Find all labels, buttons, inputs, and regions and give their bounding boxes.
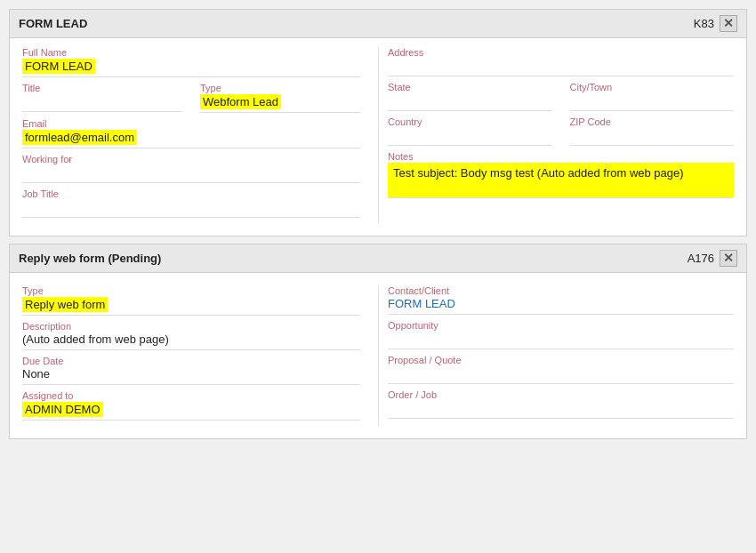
state-label: State — [388, 82, 552, 92]
zip-label: ZIP Code — [570, 116, 735, 127]
reply-webform-right-col: Contact/Client FORM LEAD Opportunity Pro… — [378, 285, 734, 426]
city-label: City/Town — [570, 82, 735, 92]
proposal-field: Proposal / Quote — [388, 355, 734, 384]
zip-field: ZIP Code — [570, 116, 735, 146]
country-zip-row: Country ZIP Code — [388, 116, 734, 151]
due-date-value: None — [22, 367, 360, 385]
type-value: Webform Lead — [200, 94, 360, 113]
country-field: Country — [388, 116, 552, 146]
email-value: formlead@email.com — [22, 130, 360, 148]
proposal-label: Proposal / Quote — [388, 355, 734, 365]
email-highlight: formlead@email.com — [22, 130, 137, 145]
assigned-to-label: Assigned to — [22, 390, 360, 401]
zip-value — [570, 128, 735, 146]
assigned-to-value: ADMIN DEMO — [22, 402, 360, 421]
reply-type-highlight: Reply web form — [22, 297, 108, 312]
city-value — [570, 93, 735, 111]
order-field: Order / Job — [388, 389, 734, 419]
due-date-label: Due Date — [22, 356, 360, 366]
assigned-to-field: Assigned to ADMIN DEMO — [22, 390, 360, 421]
state-field: State — [388, 82, 552, 111]
description-label: Description — [22, 321, 360, 332]
full-name-field: Full Name FORM LEAD — [22, 47, 360, 77]
type-label: Type — [200, 83, 360, 93]
working-for-value — [22, 165, 360, 183]
order-label: Order / Job — [388, 389, 734, 400]
reply-webform-columns: Type Reply web form Description (Auto ad… — [22, 285, 734, 426]
email-field: Email formlead@email.com — [22, 118, 360, 148]
title-value — [22, 94, 182, 112]
description-value: (Auto added from web page) — [22, 333, 360, 350]
title-field: Title — [22, 83, 182, 113]
working-for-label: Working for — [22, 154, 360, 164]
full-name-highlight: FORM LEAD — [22, 59, 95, 74]
reply-webform-close-button[interactable]: ✕ — [720, 250, 737, 267]
country-value — [388, 128, 552, 146]
form-lead-left-col: Full Name FORM LEAD Title Type Webform L… — [22, 47, 378, 223]
notes-value: Test subject: Body msg test (Auto added … — [388, 163, 734, 198]
contact-label: Contact/Client — [388, 285, 734, 296]
assigned-to-highlight: ADMIN DEMO — [22, 402, 103, 417]
type-highlight: Webform Lead — [200, 94, 281, 109]
state-city-row: State City/Town — [388, 82, 734, 116]
form-lead-panel: FORM LEAD K83 ✕ Full Name FORM LEAD Titl… — [9, 9, 747, 236]
reply-header-right: A176 ✕ — [688, 250, 737, 267]
form-lead-title: FORM LEAD — [19, 17, 87, 30]
reply-type-value: Reply web form — [22, 297, 360, 316]
job-title-field: Job Title — [22, 188, 360, 218]
full-name-label: Full Name — [22, 47, 360, 58]
type-field: Type Webform Lead — [200, 83, 360, 113]
form-lead-id: K83 — [694, 17, 714, 30]
reply-type-field: Type Reply web form — [22, 285, 360, 316]
reply-webform-id: A176 — [688, 252, 714, 265]
country-label: Country — [388, 116, 552, 127]
full-name-value: FORM LEAD — [22, 59, 360, 77]
working-for-field: Working for — [22, 154, 360, 183]
form-lead-right-col: Address State City/Town — [378, 47, 734, 223]
due-date-field: Due Date None — [22, 356, 360, 385]
job-title-label: Job Title — [22, 188, 360, 199]
header-right: K83 ✕ — [694, 15, 737, 32]
form-lead-columns: Full Name FORM LEAD Title Type Webform L… — [22, 47, 734, 223]
email-label: Email — [22, 118, 360, 129]
reply-type-label: Type — [22, 285, 360, 296]
notes-label: Notes — [388, 151, 734, 162]
opportunity-label: Opportunity — [388, 320, 734, 331]
city-field: City/Town — [570, 82, 735, 111]
state-value — [388, 93, 552, 111]
description-field: Description (Auto added from web page) — [22, 321, 360, 350]
title-label: Title — [22, 83, 182, 93]
form-lead-close-button[interactable]: ✕ — [720, 15, 737, 32]
contact-field: Contact/Client FORM LEAD — [388, 285, 734, 315]
title-type-row: Title Type Webform Lead — [22, 83, 360, 118]
reply-webform-header: Reply web form (Pending) A176 ✕ — [10, 244, 746, 273]
order-value — [388, 401, 734, 419]
contact-value: FORM LEAD — [388, 297, 734, 315]
address-field: Address — [388, 47, 734, 76]
reply-webform-body: Type Reply web form Description (Auto ad… — [10, 273, 746, 438]
opportunity-field: Opportunity — [388, 320, 734, 349]
form-lead-header: FORM LEAD K83 ✕ — [10, 10, 746, 38]
reply-webform-panel: Reply web form (Pending) A176 ✕ Type Rep… — [9, 244, 747, 439]
proposal-value — [388, 366, 734, 384]
form-lead-body: Full Name FORM LEAD Title Type Webform L… — [10, 38, 746, 236]
reply-webform-left-col: Type Reply web form Description (Auto ad… — [22, 285, 378, 426]
reply-webform-title: Reply web form (Pending) — [19, 252, 161, 265]
job-title-value — [22, 200, 360, 218]
opportunity-value — [388, 332, 734, 349]
address-value — [388, 59, 734, 76]
notes-field: Notes Test subject: Body msg test (Auto … — [388, 151, 734, 198]
address-label: Address — [388, 47, 734, 58]
